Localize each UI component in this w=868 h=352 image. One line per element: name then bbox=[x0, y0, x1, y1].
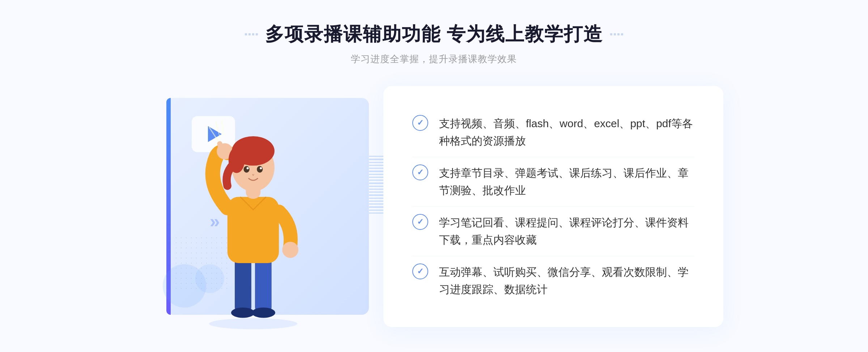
svg-rect-2 bbox=[255, 256, 272, 315]
svg-point-4 bbox=[252, 308, 275, 318]
feature-text-3: 学习笔记回看、课程提问、课程评论打分、课件资料下载，重点内容收藏 bbox=[439, 214, 694, 249]
subtitle: 学习进度全掌握，提升录播课教学效果 bbox=[351, 53, 517, 65]
svg-point-0 bbox=[209, 318, 297, 329]
svg-rect-5 bbox=[227, 197, 279, 263]
person-illustration bbox=[181, 116, 326, 329]
illustration-container bbox=[145, 83, 391, 329]
checkmark-4: ✓ bbox=[417, 267, 424, 275]
checkmark-1: ✓ bbox=[417, 119, 424, 127]
feature-text-2: 支持章节目录、弹题考试、课后练习、课后作业、章节测验、批改作业 bbox=[439, 164, 694, 199]
svg-rect-1 bbox=[235, 256, 251, 315]
svg-point-14 bbox=[257, 166, 263, 172]
deco-dot bbox=[252, 33, 254, 35]
deco-dot bbox=[617, 33, 620, 35]
page-container: 多项录播课辅助功能 专为线上教学打造 学习进度全掌握，提升录播课教学效果 bbox=[0, 0, 868, 352]
main-title: 多项录播课辅助功能 专为线上教学打造 bbox=[265, 22, 603, 47]
svg-point-16 bbox=[260, 167, 262, 169]
features-panel: ✓ 支持视频、音频、flash、word、excel、ppt、pdf等各种格式的… bbox=[383, 86, 723, 327]
svg-point-3 bbox=[231, 308, 255, 318]
checkmark-3: ✓ bbox=[417, 218, 424, 226]
svg-line-17 bbox=[209, 127, 218, 141]
title-decorator-right bbox=[610, 33, 623, 35]
left-chevron-icon: » bbox=[210, 211, 220, 232]
deco-dot bbox=[621, 33, 623, 35]
svg-point-13 bbox=[244, 166, 250, 172]
feature-item-2: ✓ 支持章节目录、弹题考试、课后练习、课后作业、章节测验、批改作业 bbox=[412, 157, 694, 207]
deco-dot bbox=[614, 33, 616, 35]
feature-item-1: ✓ 支持视频、音频、flash、word、excel、ppt、pdf等各种格式的… bbox=[412, 108, 694, 157]
title-decorator-left bbox=[245, 33, 258, 35]
feature-text-4: 互动弹幕、试听购买、微信分享、观看次数限制、学习进度跟踪、数据统计 bbox=[439, 263, 694, 298]
deco-dot bbox=[245, 33, 247, 35]
svg-line-19 bbox=[222, 120, 224, 136]
svg-line-18 bbox=[216, 121, 220, 138]
deco-dot bbox=[610, 33, 612, 35]
feature-item-3: ✓ 学习笔记回看、课程提问、课程评论打分、课件资料下载，重点内容收藏 bbox=[412, 207, 694, 256]
feature-item-4: ✓ 互动弹幕、试听购买、微信分享、观看次数限制、学习进度跟踪、数据统计 bbox=[412, 256, 694, 305]
deco-dot bbox=[256, 33, 258, 35]
check-icon-4: ✓ bbox=[412, 263, 428, 279]
feature-text-1: 支持视频、音频、flash、word、excel、ppt、pdf等各种格式的资源… bbox=[439, 115, 694, 150]
deco-dot bbox=[248, 33, 251, 35]
check-icon-3: ✓ bbox=[412, 214, 428, 230]
header-section: 多项录播课辅助功能 专为线上教学打造 学习进度全掌握，提升录播课教学效果 bbox=[245, 22, 623, 65]
content-section: » ✓ 支持视频、音频、flash、word、excel、ppt、pdf等各种格… bbox=[145, 83, 723, 329]
svg-point-8 bbox=[282, 242, 298, 258]
checkmark-2: ✓ bbox=[417, 168, 424, 176]
check-icon-2: ✓ bbox=[412, 164, 428, 180]
check-icon-1: ✓ bbox=[412, 115, 428, 131]
title-row: 多项录播课辅助功能 专为线上教学打造 bbox=[245, 22, 623, 47]
svg-point-15 bbox=[247, 167, 249, 169]
